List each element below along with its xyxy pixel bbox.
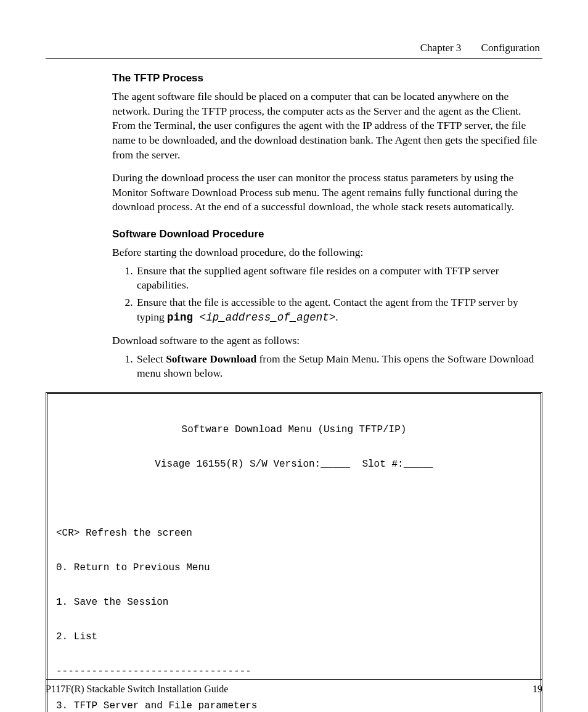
menu-blank (56, 490, 532, 507)
menu-title: Software Download Menu (Using TFTP/IP) (56, 421, 532, 438)
paragraph: The agent software file should be placed… (112, 89, 542, 162)
content-block: The TFTP Process The agent software file… (112, 72, 542, 381)
paragraph: During the download process the user can… (112, 171, 542, 215)
paragraph: Download software to the agent as follow… (112, 333, 542, 348)
command-arg: <ip_address_of_agent> (193, 311, 335, 324)
list-text: Ensure that the supplied agent software … (137, 264, 499, 292)
menu-name: Software Download (166, 353, 256, 365)
prereq-list: Ensure that the supplied agent software … (112, 264, 542, 325)
menu-line: 3. TFTP Server and File parameters (56, 697, 532, 712)
heading-tftp-process: The TFTP Process (112, 72, 542, 84)
terminal-menu-box: Software Download Menu (Using TFTP/IP) V… (46, 392, 542, 712)
menu-line: 2. List (56, 628, 532, 645)
header-chapter: Chapter 3 (420, 42, 462, 54)
menu-separator: --------------------------------- (56, 663, 532, 680)
page-footer: P117F(R) Stackable Switch Installation G… (46, 679, 542, 695)
menu-subtitle: Visage 16155(R) S/W Version:_____ Slot #… (56, 456, 532, 473)
list-item: Ensure that the supplied agent software … (136, 264, 542, 293)
header-title: Configuration (481, 42, 540, 54)
list-item: Ensure that the file is accessible to th… (136, 295, 542, 325)
footer-title: P117F(R) Stackable Switch Installation G… (46, 684, 228, 695)
command-text: ping (167, 311, 193, 324)
heading-download-procedure: Software Download Procedure (112, 228, 542, 240)
list-text: . (335, 311, 338, 323)
list-item: Select Software Download from the Setup … (136, 352, 542, 381)
download-steps-list: Select Software Download from the Setup … (112, 352, 542, 381)
paragraph: Before starting the download procedure, … (112, 245, 542, 260)
page: Chapter 3 Configuration The TFTP Process… (0, 0, 588, 712)
page-number: 19 (533, 684, 542, 695)
menu-line: 0. Return to Previous Menu (56, 559, 532, 576)
menu-line: 1. Save the Session (56, 594, 532, 611)
footer-rule (46, 679, 542, 680)
header-rule (46, 58, 542, 59)
list-text: Select (137, 353, 166, 365)
running-header: Chapter 3 Configuration (46, 42, 542, 54)
menu-line: <CR> Refresh the screen (56, 525, 532, 542)
